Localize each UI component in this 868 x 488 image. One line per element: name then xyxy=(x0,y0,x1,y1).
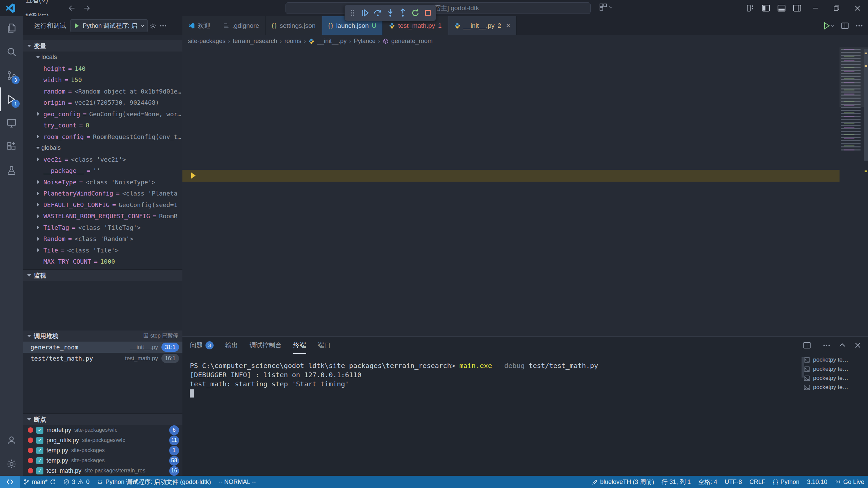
variable-row[interactable]: TileTag = <class 'TileTag'> xyxy=(23,222,182,233)
breakpoints-section-header[interactable]: 断点 xyxy=(23,413,182,425)
close-tab-icon[interactable]: × xyxy=(506,22,510,29)
variable-row[interactable]: Tile = <class 'Tile'> xyxy=(23,245,182,256)
variable-row[interactable]: room_config = RoomRequestConfig(env_type… xyxy=(23,131,182,143)
tab-gdignore[interactable]: .gdignore xyxy=(217,16,265,35)
code-line[interactable]: 42 # 计算每一个出口的中心，然后使用astar生成路径，确保每一个出口组合都… xyxy=(182,298,840,310)
watch-empty-area[interactable] xyxy=(23,281,182,330)
terminal-instance[interactable]: pocketpy te… xyxy=(804,366,865,372)
code-line[interactable]: 44 step("检查连通性") xyxy=(182,321,840,333)
toggle-secondary-sidebar-icon[interactable] xyxy=(789,0,805,16)
variable-row[interactable]: globals xyxy=(23,142,182,154)
variable-row[interactable]: DEFAULT_GEO_CONFIG = GeoConfig(seed=1 xyxy=(23,199,182,211)
watch-section-header[interactable]: 监视 xyxy=(23,269,182,281)
panel-tab[interactable]: 输出 xyxy=(225,337,238,354)
cursor-position-status[interactable]: 行 31, 列 1 xyxy=(658,476,694,488)
terminal-instance[interactable]: pocketpy te… xyxy=(804,357,865,363)
split-editor-icon[interactable] xyxy=(841,22,849,30)
variable-row[interactable]: MAX_TRY_COUNT = 1000 xyxy=(23,256,182,267)
terminal-instance[interactable]: pocketpy te… xyxy=(804,375,865,382)
minimize-button[interactable] xyxy=(805,0,826,16)
variable-row[interactable]: Random = <class 'Random'> xyxy=(23,233,182,245)
breakpoint-checkbox[interactable]: ✓ xyxy=(36,447,43,454)
panel-tab[interactable]: 问题 3 xyxy=(190,337,214,354)
code-line[interactable]: 23 random = Random(room_config.seed)rand… xyxy=(182,77,840,88)
variable-row[interactable]: PlanetaryWindConfig = <class 'Planeta xyxy=(23,188,182,199)
breakpoint-row[interactable]: ✓ temp.py site-packages 58 xyxy=(23,455,182,466)
variable-row[interactable]: height = 140 xyxy=(23,63,182,75)
start-debug-icon[interactable] xyxy=(73,22,80,29)
debug-stop-button[interactable] xyxy=(422,7,433,19)
variable-row[interactable]: geo_config = GeoConfig(seed=None, world_… xyxy=(23,108,182,120)
debug-step-over-button[interactable] xyxy=(373,7,383,19)
eol-status[interactable]: CRLF xyxy=(746,476,769,488)
encoding-status[interactable]: UTF-8 xyxy=(721,476,746,488)
debug-step-into-button[interactable] xyxy=(385,7,396,19)
code-line[interactable]: 33 xyxy=(182,193,840,205)
activity-run-debug-icon[interactable]: 1 xyxy=(0,87,23,111)
code-line[interactable]: 20 xyxy=(182,47,840,53)
breadcrumb-item[interactable]: site-packages xyxy=(188,38,225,45)
breadcrumb-item[interactable]: __init__.py xyxy=(317,38,347,45)
variable-row[interactable]: NoiseType = <class 'NoiseType'> xyxy=(23,177,182,188)
code-line[interactable]: 41 # ====检查连通性==== xyxy=(182,286,840,298)
views-more-actions-icon[interactable] xyxy=(158,21,168,31)
variable-row[interactable]: WASTELAND_ROOM_REQUEST_CONFIG = RoomR xyxy=(23,210,182,222)
indentation-status[interactable]: 空格: 4 xyxy=(694,476,721,488)
nav-forward-icon[interactable] xyxy=(84,4,91,12)
vim-mode-indicator[interactable]: -- NORMAL -- xyxy=(215,476,259,488)
breakpoint-row[interactable]: ✓ test_math.py site-packages\terrain_res… xyxy=(23,466,182,476)
activity-explorer-icon[interactable] xyxy=(0,16,23,40)
code-line[interactable]: 28 # ====生成初始地理信息==== xyxy=(182,135,840,146)
variable-row[interactable]: vec2i = <class 'vec2i'> xyxy=(23,154,182,165)
code-line[interactable]: 26 width, height = room_config.layout.n_… xyxy=(182,111,840,123)
variable-row[interactable]: try_count = 0 xyxy=(23,120,182,131)
code-line[interactable]: 31 else: xyxy=(182,170,840,181)
tab-init-py[interactable]: __init__.py 2 × xyxy=(448,16,517,35)
toggle-sidebar-icon[interactable] xyxy=(758,0,774,16)
go-live-status[interactable]: Go Live xyxy=(831,476,868,488)
breadcrumb-item[interactable]: terrain_research xyxy=(233,38,277,45)
breakpoint-row[interactable]: ✓ temp.py site-packages 1 xyxy=(23,445,182,455)
problems-status[interactable]: 3 0 xyxy=(60,476,93,488)
settings-gear-icon[interactable] xyxy=(0,452,23,476)
code-line[interactable]: 37 # ====生成TerrainCell==== xyxy=(182,240,840,251)
variable-row[interactable]: __package__ = '' xyxy=(23,165,182,177)
panel-tab[interactable]: 端口 xyxy=(318,337,331,354)
code-line[interactable]: 38 step("生成TerrainCell") xyxy=(182,251,840,263)
breadcrumb-item[interactable]: Pylance xyxy=(354,38,376,45)
panel-tab[interactable]: 调试控制台 xyxy=(250,337,282,354)
tab-welcome[interactable]: 欢迎 xyxy=(182,16,217,35)
terminal-instance[interactable]: pocketpy te… xyxy=(804,384,865,391)
close-window-button[interactable] xyxy=(847,0,868,16)
debug-step-out-button[interactable] xyxy=(397,7,408,19)
code-line[interactable]: 36 geo_area = request_area(origin, width… xyxy=(182,228,840,240)
terminal-output[interactable]: PS C:\computer_science\godot-ldtk\site-p… xyxy=(190,361,800,473)
panel-close-icon[interactable] xyxy=(854,341,862,349)
command-center-search[interactable]: [扩展开发宿主] godot-ldtk xyxy=(285,2,591,14)
code-line[interactable]: 30 geo_config = WASTELAND_GEO_CONFIGgeo_… xyxy=(182,158,840,170)
code-line[interactable]: 29 if room_config.env_type == EnvType.WA… xyxy=(182,147,840,158)
activity-testing-icon[interactable] xyxy=(0,159,23,182)
code-line[interactable]: 45 exit_combinations: list[tuple[vec2i, … xyxy=(182,333,840,337)
breakpoint-checkbox[interactable]: ✓ xyxy=(36,437,43,444)
call-stack-frame[interactable]: test/test_math.py test_math.py 16:1 xyxy=(23,353,182,364)
customize-layout-icon[interactable] xyxy=(743,0,758,16)
activity-search-icon[interactable] xyxy=(0,40,23,64)
activity-remote-explorer-icon[interactable] xyxy=(0,111,23,135)
panel-more-actions-icon[interactable] xyxy=(823,341,831,349)
tab-settings-json[interactable]: { } settings.json xyxy=(265,16,322,35)
menu-item[interactable]: 查看(V) xyxy=(20,0,54,8)
breadcrumb-item[interactable]: rooms xyxy=(284,38,301,45)
code-line[interactable]: 25 origin = vec2i(random.randint(0, 1000… xyxy=(182,100,840,111)
variable-row[interactable]: width = 150 xyxy=(23,74,182,86)
code-line[interactable]: 32 raise ValueError(f"Invalid env type: … xyxy=(182,182,840,193)
git-branch-status[interactable]: main* xyxy=(20,476,60,488)
panel-layout-icon[interactable] xyxy=(803,341,815,349)
nav-back-icon[interactable] xyxy=(67,4,75,12)
breakpoint-checkbox[interactable]: ✓ xyxy=(36,457,43,464)
call-stack-frame[interactable]: generate_room __init__.py 31:1 xyxy=(23,342,182,353)
git-blame-status[interactable]: blueloveTH (3 周前) xyxy=(588,476,658,488)
code-line[interactable]: 40 xyxy=(182,275,840,286)
breakpoint-row[interactable]: ✓ png_utils.py site-packages\wfc 11 xyxy=(23,435,182,445)
restore-button[interactable] xyxy=(826,0,847,16)
